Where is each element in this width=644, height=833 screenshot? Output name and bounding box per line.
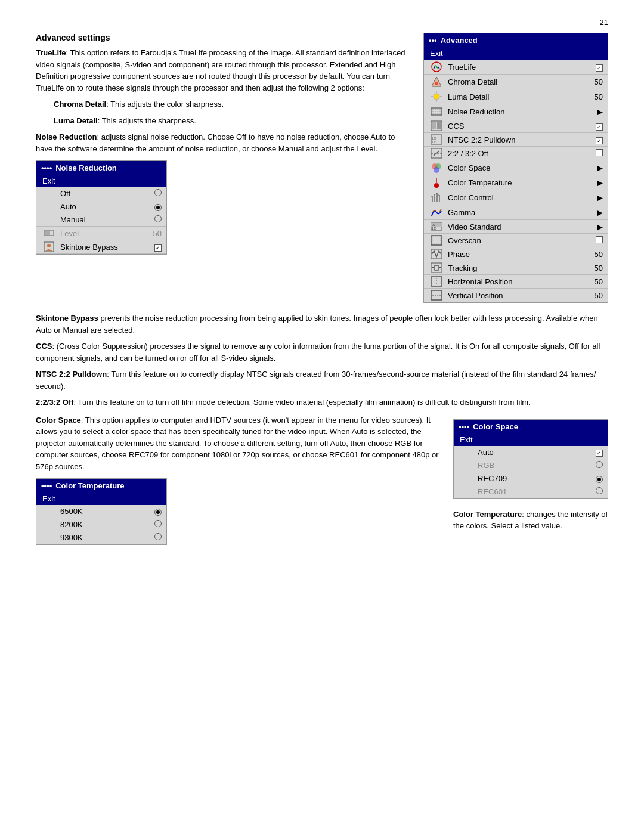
adv-colortemp-row[interactable]: Color Temperature ▶ xyxy=(424,175,608,190)
adv-chroma-row[interactable]: Chroma Detail 50 xyxy=(424,75,608,89)
color-temp-8200-radio[interactable] xyxy=(144,520,162,529)
adv-chroma-value: 50 xyxy=(585,78,603,86)
color-space-menu: •••• Color Space Exit Auto RGB REC709 xyxy=(453,419,608,499)
gamma-svg xyxy=(431,206,442,218)
noise-svg xyxy=(431,106,442,117)
noise-manual-radio[interactable] xyxy=(144,215,162,224)
color-space-rgb-label: RGB xyxy=(474,461,585,470)
color-temp-8200-row[interactable]: 8200K xyxy=(36,518,166,531)
bottom-right: •••• Color Space Exit Auto RGB REC709 xyxy=(453,414,608,546)
skintone-bypass-row[interactable]: Skintone Bypass xyxy=(36,240,166,254)
color-space-exit[interactable]: Exit xyxy=(454,433,608,446)
truelife-paragraph: TrueLife: This option refers to Faroudja… xyxy=(36,47,411,94)
adv-tracking-row[interactable]: Tracking 50 xyxy=(424,261,608,275)
adv-gamma-arrow: ▶ xyxy=(585,208,603,217)
noise-level-icon xyxy=(41,228,57,239)
chroma-svg xyxy=(431,76,442,88)
adv-colorcontrol-arrow: ▶ xyxy=(585,193,603,202)
adv-ntsc-checkbox[interactable] xyxy=(585,135,603,144)
noise-auto-row[interactable]: Auto xyxy=(36,200,166,213)
svg-point-7 xyxy=(435,82,438,85)
adv-noise-icon xyxy=(429,106,444,117)
svg-rect-34 xyxy=(439,195,440,202)
adv-overscan-label: Overscan xyxy=(444,236,585,245)
page-number: 21 xyxy=(36,18,608,27)
phase-icon xyxy=(429,249,444,259)
noise-menu-title: Noise Reduction xyxy=(55,163,117,172)
adv-ntsc-row[interactable]: 100 123 NTSC 2:2 Pulldown xyxy=(424,133,608,147)
svg-rect-30 xyxy=(436,178,437,184)
adv-gamma-row[interactable]: Gamma ▶ xyxy=(424,205,608,220)
skintone-bypass-icon xyxy=(41,241,57,252)
colorcontrol-svg xyxy=(431,191,442,203)
truelife-svg xyxy=(431,61,442,73)
adv-colorspace-label: Color Space xyxy=(444,163,585,172)
svg-point-3 xyxy=(47,244,51,247)
adv-phase-row[interactable]: Phase 50 xyxy=(424,247,608,261)
adv-noise-row[interactable]: Noise Reduction ▶ xyxy=(424,104,608,119)
noise-off-radio[interactable] xyxy=(144,189,162,198)
svg-rect-1 xyxy=(45,231,50,235)
adv-phase-label: Phase xyxy=(444,250,585,259)
videostandard-icon: 00 123 xyxy=(429,221,444,232)
adv-ratio-row[interactable]: 2:2 / 3:2 Off xyxy=(424,147,608,160)
adv-truelife-checkbox[interactable] xyxy=(585,63,603,72)
svg-point-8 xyxy=(434,94,439,100)
color-space-rec709-radio[interactable] xyxy=(585,474,603,483)
color-temp-6500-row[interactable]: 6500K xyxy=(36,505,166,518)
noise-auto-radio[interactable] xyxy=(144,202,162,211)
adv-ratio-checkbox[interactable] xyxy=(585,149,603,158)
adv-luma-row[interactable]: Luma Detail 50 xyxy=(424,89,608,104)
colortemp-icon xyxy=(429,176,444,188)
color-space-rec601-label: REC601 xyxy=(474,487,585,496)
color-temp-9300-radio[interactable] xyxy=(144,533,162,542)
adv-videostandard-row[interactable]: 00 123 Video Standard ▶ xyxy=(424,220,608,234)
adv-hpos-value: 50 xyxy=(585,277,603,286)
adv-colorcontrol-row[interactable]: Color Control ▶ xyxy=(424,190,608,205)
svg-point-29 xyxy=(434,183,439,188)
color-space-rgb-radio[interactable] xyxy=(585,461,603,470)
color-space-rec601-radio[interactable] xyxy=(585,487,603,496)
adv-colorspace-row[interactable]: Color Space ▶ xyxy=(424,160,608,175)
color-space-rec709-label: REC709 xyxy=(474,474,585,483)
color-temp-6500-radio[interactable] xyxy=(144,507,162,516)
color-space-paragraph: Color Space: This option applies to comp… xyxy=(36,414,441,473)
adv-overscan-row[interactable]: Overscan xyxy=(424,234,608,247)
adv-ccs-checkbox[interactable] xyxy=(585,122,603,131)
advanced-menu: ••• Advanced Exit TrueLife xyxy=(423,33,608,303)
adv-luma-label: Luma Detail xyxy=(444,92,585,101)
adv-noise-arrow: ▶ xyxy=(585,107,603,116)
svg-text:123: 123 xyxy=(432,140,437,144)
adv-videostandard-label: Video Standard xyxy=(444,222,585,231)
adv-truelife-row[interactable]: TrueLife xyxy=(424,60,608,75)
color-temp-9300-row[interactable]: 9300K xyxy=(36,531,166,544)
luma-icon xyxy=(429,91,444,103)
color-space-auto-checkbox[interactable] xyxy=(585,448,603,457)
adv-ccs-row[interactable]: CCS xyxy=(424,119,608,133)
color-space-rgb-row[interactable]: RGB xyxy=(454,459,608,472)
adv-vpos-row[interactable]: Vertical Position 50 xyxy=(424,289,608,302)
color-temperature-menu: •••• Color Temperature Exit 6500K 8200K … xyxy=(36,478,167,545)
color-temp-title: Color Temperature xyxy=(55,481,124,490)
advanced-exit-row[interactable]: Exit xyxy=(424,47,608,60)
ratio-paragraph: 2:2/3:2 Off: Turn this feature on to tur… xyxy=(36,397,608,408)
ratio-icon xyxy=(429,148,444,159)
noise-level-row: Level 50 xyxy=(36,227,166,240)
adv-overscan-checkbox[interactable] xyxy=(585,236,603,245)
adv-hpos-row[interactable]: Horizontal Position 50 xyxy=(424,275,608,289)
skintone-bypass-checkbox[interactable] xyxy=(144,243,162,252)
noise-off-row[interactable]: Off xyxy=(36,187,166,200)
hpos-svg xyxy=(431,276,442,287)
color-space-auto-row[interactable]: Auto xyxy=(454,446,608,459)
adv-vpos-value: 50 xyxy=(585,291,603,300)
noise-reduction-para: Noise Reduction: adjusts signal noise re… xyxy=(36,131,411,154)
adv-hpos-label: Horizontal Position xyxy=(444,277,585,286)
noise-exit-row[interactable]: Exit xyxy=(36,175,166,187)
noise-manual-row[interactable]: Manual xyxy=(36,213,166,227)
color-temp-exit[interactable]: Exit xyxy=(36,493,166,505)
color-space-rec709-row[interactable]: REC709 xyxy=(454,472,608,485)
skintone-icon-svg xyxy=(44,241,54,252)
color-space-rec601-row[interactable]: REC601 xyxy=(454,485,608,498)
vpos-svg xyxy=(431,290,442,301)
adv-ccs-label: CCS xyxy=(444,122,585,131)
